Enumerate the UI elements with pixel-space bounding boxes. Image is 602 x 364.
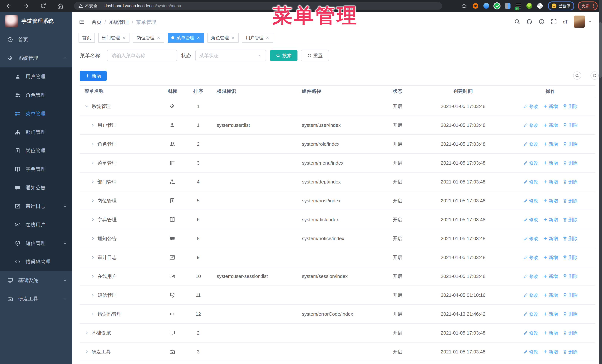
add-child-link[interactable]: 新增: [543, 349, 558, 355]
expand-caret-icon[interactable]: [90, 293, 95, 297]
add-child-link[interactable]: 新增: [543, 254, 558, 260]
close-icon[interactable]: [196, 36, 200, 40]
view-tab[interactable]: 用户管理: [242, 33, 273, 42]
fullscreen-icon[interactable]: [551, 19, 557, 25]
edit-link[interactable]: 修改: [524, 160, 538, 166]
add-child-link[interactable]: 新增: [543, 141, 558, 147]
delete-link[interactable]: 删除: [563, 311, 578, 317]
add-child-link[interactable]: 新增: [543, 103, 558, 109]
expand-caret-icon[interactable]: [90, 142, 95, 146]
edit-link[interactable]: 修改: [524, 141, 538, 147]
expand-caret-icon[interactable]: [90, 180, 95, 184]
add-child-link[interactable]: 新增: [543, 311, 558, 317]
status-select[interactable]: 菜单状态: [195, 50, 266, 61]
view-tab[interactable]: 首页: [78, 33, 95, 42]
add-child-link[interactable]: 新增: [543, 122, 558, 128]
sidebar-item[interactable]: 菜单管理: [0, 104, 72, 123]
sidebar-item[interactable]: 用户管理: [0, 67, 72, 86]
edit-link[interactable]: 修改: [524, 349, 538, 355]
breadcrumb-system[interactable]: 系统管理: [109, 19, 129, 26]
refresh-table-button[interactable]: [591, 72, 599, 80]
add-button[interactable]: 新增: [80, 71, 107, 81]
expand-caret-icon[interactable]: [90, 217, 95, 222]
forward-icon[interactable]: [23, 3, 29, 9]
view-tab[interactable]: 部门管理: [98, 33, 129, 42]
add-child-link[interactable]: 新增: [543, 292, 558, 298]
search-icon[interactable]: [514, 19, 520, 25]
menu-name-input[interactable]: [107, 50, 177, 61]
delete-link[interactable]: 删除: [563, 236, 578, 242]
profile-paused-chip[interactable]: 已暂停: [548, 1, 574, 10]
bookmark-star-icon[interactable]: [461, 3, 467, 9]
sidebar-item[interactable]: 系统管理: [0, 49, 72, 67]
sidebar-item[interactable]: 短信管理: [0, 234, 72, 252]
delete-link[interactable]: 删除: [563, 273, 578, 279]
grid-extension-icon[interactable]: [505, 3, 510, 9]
expand-caret-icon[interactable]: [90, 274, 95, 279]
edit-link[interactable]: 修改: [524, 179, 538, 185]
url-bar[interactable]: 不安全 dashboard.yudao.iocoder.cn/system/me…: [74, 2, 442, 10]
edit-link[interactable]: 修改: [524, 254, 538, 260]
close-icon[interactable]: [122, 36, 126, 40]
back-icon[interactable]: [6, 3, 12, 9]
add-child-link[interactable]: 新增: [543, 179, 558, 185]
view-tab[interactable]: 岗位管理: [133, 33, 164, 42]
delete-link[interactable]: 删除: [563, 122, 578, 128]
help-icon[interactable]: ?: [539, 19, 545, 25]
avatar[interactable]: [574, 16, 585, 28]
sidebar-item[interactable]: 审计日志: [0, 197, 72, 216]
expand-caret-icon[interactable]: [90, 255, 95, 260]
blue-drop-extension-icon[interactable]: [484, 3, 489, 9]
delete-link[interactable]: 删除: [563, 330, 578, 336]
expand-caret-icon[interactable]: [90, 198, 95, 203]
view-tab[interactable]: 菜单管理: [168, 33, 204, 42]
font-size-icon[interactable]: tT: [563, 19, 568, 25]
delete-link[interactable]: 删除: [563, 198, 578, 204]
update-chip[interactable]: 更新: [578, 1, 598, 10]
kebab-menu-icon[interactable]: [593, 3, 594, 8]
edit-link[interactable]: 修改: [524, 273, 538, 279]
edit-link[interactable]: 修改: [524, 236, 538, 242]
scrollbar-thumb[interactable]: [599, 22, 602, 78]
delete-link[interactable]: 删除: [563, 292, 578, 298]
sidebar-item[interactable]: 在线用户: [0, 216, 72, 234]
close-icon[interactable]: [157, 36, 161, 40]
scrollbar[interactable]: [599, 0, 602, 364]
reset-button[interactable]: 重置: [301, 50, 329, 61]
breadcrumb-home[interactable]: 首页: [92, 19, 101, 26]
reload-icon[interactable]: [40, 3, 46, 9]
hamburger-icon[interactable]: [78, 19, 85, 24]
green-check-extension-icon[interactable]: [494, 3, 500, 9]
delete-link[interactable]: 删除: [563, 254, 578, 260]
expand-caret-icon[interactable]: [85, 104, 89, 108]
add-child-link[interactable]: 新增: [543, 217, 558, 223]
expand-caret-icon[interactable]: [90, 123, 95, 127]
expand-caret-icon[interactable]: [90, 312, 95, 316]
delete-link[interactable]: 删除: [563, 141, 578, 147]
expand-caret-icon[interactable]: [85, 350, 89, 354]
delete-link[interactable]: 删除: [563, 160, 578, 166]
sidebar-item[interactable]: 部门管理: [0, 123, 72, 141]
sidebar-item[interactable]: 首页: [0, 30, 72, 49]
edit-link[interactable]: 修改: [524, 330, 538, 336]
sidebar-item[interactable]: 角色管理: [0, 86, 72, 104]
add-child-link[interactable]: 新增: [543, 198, 558, 204]
server-on-extension-icon[interactable]: on: [516, 3, 521, 9]
edit-link[interactable]: 修改: [524, 292, 538, 298]
chevron-down-icon[interactable]: [588, 20, 592, 24]
sidebar-item[interactable]: 研发工具: [0, 290, 72, 308]
sidebar-item[interactable]: 岗位管理: [0, 141, 72, 160]
delete-link[interactable]: 删除: [563, 103, 578, 109]
delete-link[interactable]: 删除: [563, 179, 578, 185]
expand-caret-icon[interactable]: [90, 236, 95, 241]
pinwheel-extension-icon[interactable]: [537, 3, 543, 9]
expand-caret-icon[interactable]: [85, 331, 89, 335]
edit-link[interactable]: 修改: [524, 122, 538, 128]
delete-link[interactable]: 删除: [563, 349, 578, 355]
orange-ring-extension-icon[interactable]: [473, 3, 478, 9]
edit-link[interactable]: 修改: [524, 103, 538, 109]
sidebar-item[interactable]: 错误码管理: [0, 252, 72, 271]
edit-link[interactable]: 修改: [524, 311, 538, 317]
add-child-link[interactable]: 新增: [543, 273, 558, 279]
view-tab[interactable]: 角色管理: [207, 33, 239, 42]
